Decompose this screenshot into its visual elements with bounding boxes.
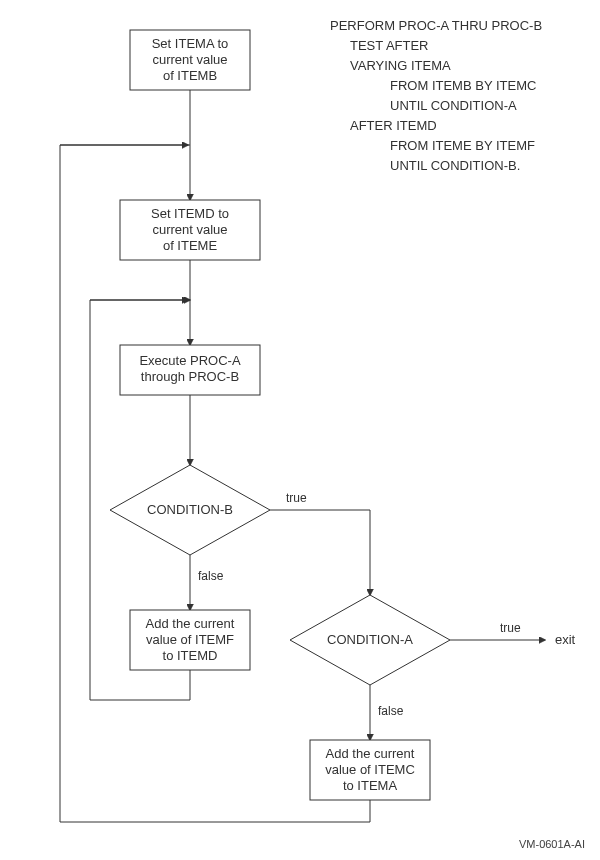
box-add-itemc-l2: value of ITEMC — [325, 762, 415, 777]
label-true-d2: true — [500, 621, 521, 635]
box-add-itemf-l1: Add the current — [146, 616, 235, 631]
code-line-8: UNTIL CONDITION-B. — [390, 158, 520, 173]
label-false-d2: false — [378, 704, 404, 718]
code-line-1: PERFORM PROC-A THRU PROC-B — [330, 18, 542, 33]
box-execute-proc-l1: Execute PROC-A — [139, 353, 240, 368]
box-add-itemf-l3: to ITEMD — [163, 648, 218, 663]
box-add-itemc-l1: Add the current — [326, 746, 415, 761]
label-false-d1: false — [198, 569, 224, 583]
label-exit: exit — [555, 632, 576, 647]
box-add-itemf-l2: value of ITEMF — [146, 632, 234, 647]
diamond-condition-b-label: CONDITION-B — [147, 502, 233, 517]
box-add-itemc-l3: to ITEMA — [343, 778, 398, 793]
code-line-4: FROM ITEMB BY ITEMC — [390, 78, 536, 93]
box-set-itema-l1: Set ITEMA to — [152, 36, 229, 51]
figure-id: VM-0601A-AI — [519, 838, 585, 850]
code-line-6: AFTER ITEMD — [350, 118, 437, 133]
box-execute-proc-l2: through PROC-B — [141, 369, 239, 384]
code-line-2: TEST AFTER — [350, 38, 429, 53]
code-line-7: FROM ITEME BY ITEMF — [390, 138, 535, 153]
box-set-itemd-l2: current value — [152, 222, 227, 237]
code-line-3: VARYING ITEMA — [350, 58, 451, 73]
box-set-itema-l2: current value — [152, 52, 227, 67]
flowchart-diagram: Set ITEMA to current value of ITEMB Set … — [0, 0, 600, 860]
label-true-d1: true — [286, 491, 307, 505]
box-set-itemd-l3: of ITEME — [163, 238, 218, 253]
box-set-itema-l3: of ITEMB — [163, 68, 217, 83]
box-set-itemd-l1: Set ITEMD to — [151, 206, 229, 221]
diamond-condition-a-label: CONDITION-A — [327, 632, 413, 647]
code-line-5: UNTIL CONDITION-A — [390, 98, 517, 113]
